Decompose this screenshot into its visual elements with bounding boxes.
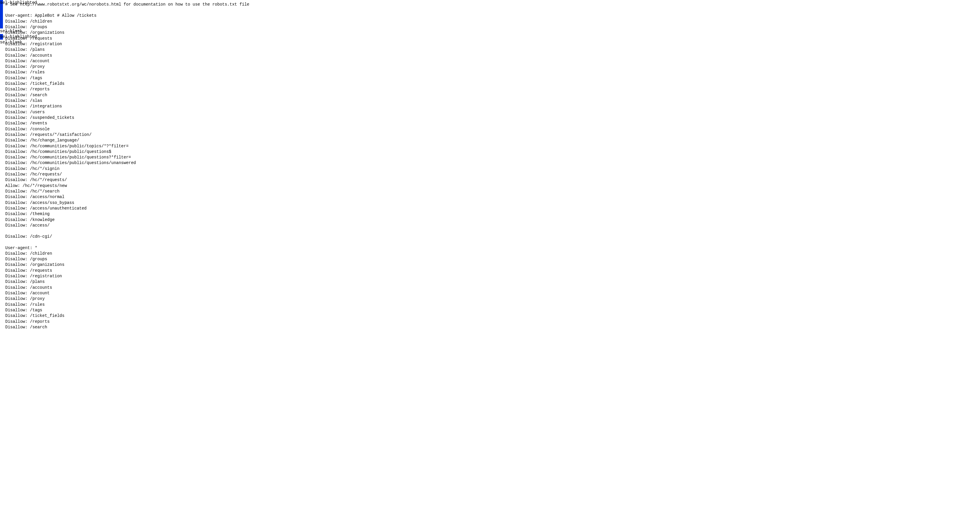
text-line: Disallow: /ticket_fields (5, 81, 250, 87)
text-line: Disallow: /accounts (5, 53, 250, 58)
text-line: Disallow: /account (5, 291, 250, 296)
text-line: Allow: /hc/*/requests/new (5, 183, 250, 189)
text-line: Disallow: /hc/communities/public/topics/… (5, 143, 250, 149)
text-line: Disallow: /console (5, 126, 250, 132)
selection-segment: sel-highlighted (0, 34, 3, 40)
text-line: Disallow: /account (5, 58, 250, 64)
text-line: Disallow: /rules (5, 302, 250, 307)
text-line: Disallow: /users (5, 110, 250, 115)
text-line: Disallow: /search (5, 92, 250, 98)
text-line: Disallow: /requests/*/satisfaction/ (5, 132, 250, 138)
text-line: Disallow: /integrations (5, 103, 250, 109)
text-line: Disallow: /organizations (5, 30, 250, 35)
text-line: Disallow: /hc/*/signin (5, 166, 250, 172)
text-line (5, 240, 250, 245)
text-line (5, 7, 250, 13)
text-line: Disallow: /access/ (5, 223, 250, 228)
text-line: Disallow: /rules (5, 70, 250, 75)
text-line: Disallow: /knowledge (5, 217, 250, 223)
text-line: Disallow: /access/normal (5, 194, 250, 200)
text-line: Disallow: /hc/communities/public/questio… (5, 149, 250, 154)
text-line: Disallow: /reports (5, 87, 250, 92)
text-line: Disallow: /proxy (5, 64, 250, 70)
text-line: Disallow: /reports (5, 319, 250, 325)
text-line: Disallow: /suspended_tickets (5, 115, 250, 121)
text-line: Disallow: /requests (5, 36, 250, 41)
text-line: Disallow: /cdn-cgi/ (5, 234, 250, 239)
text-line: Disallow: /requests (5, 268, 250, 274)
text-line: Disallow: /children (5, 251, 250, 256)
text-line (5, 228, 250, 234)
robots-txt-content[interactable]: # See http://www.robotstxt.org/wc/norobo… (3, 0, 250, 334)
text-line: Disallow: /ticket_fields (5, 313, 250, 319)
text-line: Disallow: /tags (5, 75, 250, 81)
text-line: Disallow: /groups (5, 256, 250, 262)
text-line: Disallow: /hc/*/search (5, 189, 250, 194)
text-line: Disallow: /events (5, 121, 250, 126)
text-line: Disallow: /plans (5, 279, 250, 285)
text-line: Disallow: /registration (5, 274, 250, 279)
text-line: Disallow: /groups (5, 24, 250, 30)
text-line: Disallow: /tags (5, 307, 250, 313)
text-line: Disallow: /children (5, 19, 250, 24)
text-line: Disallow: /access/unauthenticated (5, 206, 250, 211)
text-line: Disallow: /hc/communities/public/questio… (5, 160, 250, 166)
text-line: Disallow: /search (5, 325, 250, 330)
text-line: Disallow: /hc/change_language/ (5, 138, 250, 143)
selection-segment: sel-blank (0, 40, 3, 334)
text-line: Disallow: /slas (5, 98, 250, 103)
selection-segment: sel-highlighted (0, 0, 3, 29)
text-line: Disallow: /theming (5, 211, 250, 217)
selection-segment: sel-blank (0, 29, 3, 34)
text-line: Disallow: /organizations (5, 262, 250, 267)
text-line: Disallow: /registration (5, 41, 250, 47)
text-line: # See http://www.robotstxt.org/wc/norobo… (5, 2, 250, 7)
text-line: User-agent: * (5, 245, 250, 251)
text-line: Disallow: /access/sso_bypass (5, 200, 250, 206)
text-line: User-agent: AppleBot # Allow /tickets (5, 13, 250, 19)
text-line: Disallow: /hc/communities/public/questio… (5, 154, 250, 160)
text-line: Disallow: /proxy (5, 296, 250, 302)
text-line: Disallow: /hc/requests/ (5, 172, 250, 177)
selection-gutter: sel-highlightedsel-blanksel-highlighteds… (0, 0, 3, 334)
text-line: Disallow: /plans (5, 47, 250, 52)
text-line: Disallow: /hc/*/requests/ (5, 177, 250, 183)
text-line: Disallow: /accounts (5, 285, 250, 291)
